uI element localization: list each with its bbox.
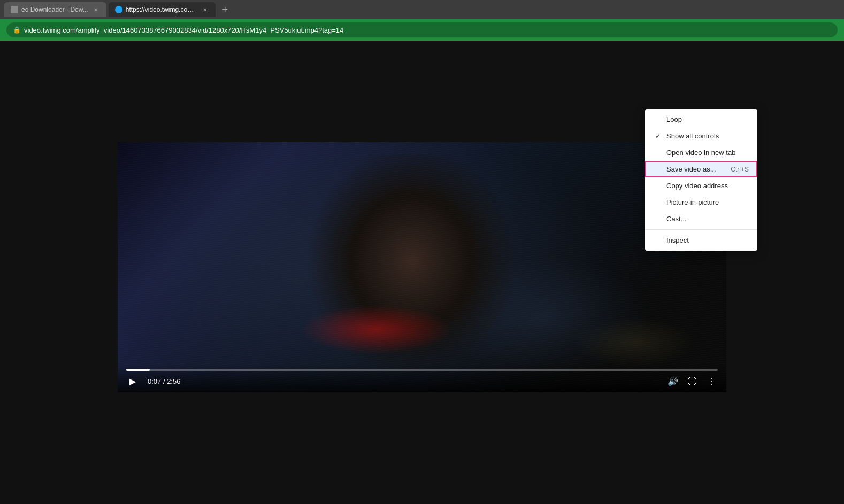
lock-icon: 🔒 [13,26,21,34]
video-controls: ▶ 0:07 / 2:56 🔊 ⛶ ⋮ [118,365,726,392]
video-container[interactable]: ▶ 0:07 / 2:56 🔊 ⛶ ⋮ [118,142,726,392]
cast-label: Cast... [666,215,687,223]
copy-address-label: Copy video address [666,182,728,190]
tab-bar: eo Downloader - Dow... ✕ https://video.t… [0,0,844,19]
menu-item-save-video[interactable]: Save video as... Ctrl+S [645,161,757,177]
new-tab-button[interactable]: + [218,2,233,17]
tab-1[interactable]: eo Downloader - Dow... ✕ [4,2,106,17]
menu-item-open-new-tab[interactable]: Open video in new tab [645,144,757,161]
volume-button[interactable]: 🔊 [666,375,679,388]
tab-1-close[interactable]: ✕ [91,5,100,14]
browser-chrome: eo Downloader - Dow... ✕ https://video.t… [0,0,844,41]
controls-row: ▶ 0:07 / 2:56 🔊 ⛶ ⋮ [126,375,718,388]
menu-divider [645,229,757,230]
show-controls-check: ✓ [654,133,662,140]
tab-2-close[interactable]: ✕ [201,5,209,14]
tab-1-favicon [11,6,18,13]
menu-item-copy-address[interactable]: Copy video address [645,177,757,194]
show-controls-label: Show all controls [666,132,719,140]
menu-item-show-all-controls[interactable]: ✓ Show all controls [645,128,757,144]
inspect-label: Inspect [666,236,689,244]
progress-bar[interactable] [126,369,718,371]
tab-1-label: eo Downloader - Dow... [21,6,88,13]
video-frame [118,142,726,392]
save-video-shortcut: Ctrl+S [731,166,749,173]
open-new-tab-label: Open video in new tab [666,149,735,157]
time-display: 0:07 / 2:56 [148,377,180,385]
menu-item-cast[interactable]: Cast... [645,211,757,227]
address-bar[interactable]: 🔒 video.twimg.com/amplify_video/14607338… [6,22,838,37]
tab-2-favicon [115,6,122,13]
address-text: video.twimg.com/amplify_video/1460733876… [24,26,343,34]
context-menu: Loop ✓ Show all controls Open video in n… [645,109,757,251]
pip-label: Picture-in-picture [666,198,719,206]
tab-2-label: https://video.twimg.com/amplify... [126,6,197,13]
red-accent [300,305,452,355]
menu-item-picture-in-picture[interactable]: Picture-in-picture [645,194,757,211]
save-video-label: Save video as... [666,165,716,173]
main-content: ▶ 0:07 / 2:56 🔊 ⛶ ⋮ Loop ✓ Show all cont… [0,41,844,504]
address-bar-row: 🔒 video.twimg.com/amplify_video/14607338… [0,19,844,41]
menu-item-inspect[interactable]: Inspect [645,232,757,249]
fullscreen-button[interactable]: ⛶ [686,375,699,388]
more-button[interactable]: ⋮ [705,375,718,388]
loop-label: Loop [666,115,682,123]
progress-fill [126,369,150,371]
tab-2[interactable]: https://video.twimg.com/amplify... ✕ [109,2,216,17]
menu-item-loop[interactable]: Loop [645,111,757,128]
play-button[interactable]: ▶ [126,375,139,388]
